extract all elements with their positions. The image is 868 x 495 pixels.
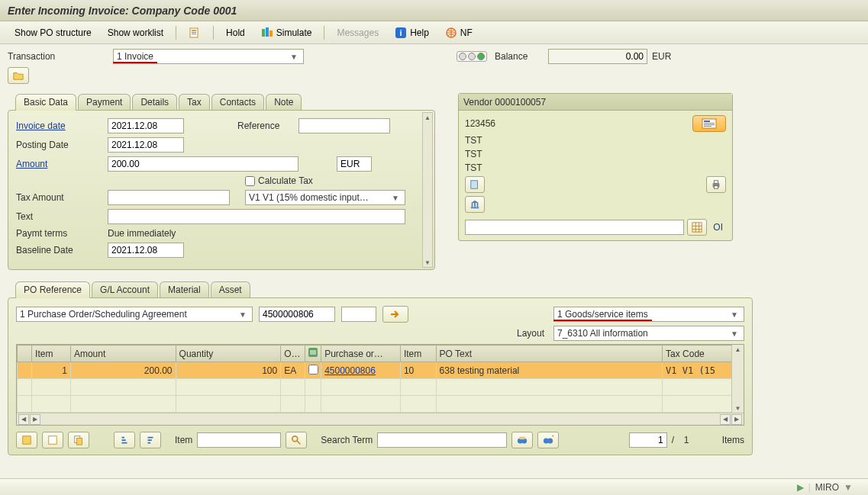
row-selector[interactable] <box>18 362 32 379</box>
svg-rect-11 <box>704 121 710 122</box>
row-select-checkbox[interactable] <box>308 365 318 374</box>
col-uom[interactable]: O… <box>281 346 305 362</box>
other-invoice-button[interactable] <box>182 24 208 42</box>
svg-rect-6 <box>269 31 273 37</box>
simulate-button[interactable]: Simulate <box>254 24 319 42</box>
deselect-all-button[interactable] <box>42 432 63 448</box>
baseline-date-input[interactable] <box>108 243 184 258</box>
scroll-down-icon[interactable]: ▼ <box>423 258 432 267</box>
cell-checkbox[interactable] <box>305 362 321 379</box>
col-purchase-order[interactable]: Purchase or… <box>321 346 401 362</box>
tab-payment[interactable]: Payment <box>78 94 131 111</box>
header-toggle-button[interactable] <box>8 67 29 84</box>
tab-po-reference[interactable]: PO Reference <box>15 281 90 298</box>
col-quantity[interactable]: Quantity <box>176 346 281 362</box>
chevron-down-icon: ▼ <box>389 194 402 202</box>
po-item-input[interactable] <box>341 307 376 322</box>
table-row[interactable] <box>18 396 744 413</box>
posting-date-input[interactable] <box>108 137 184 153</box>
scroll-left-icon[interactable]: ◀ <box>720 414 731 425</box>
scroll-right-icon[interactable]: ▶ <box>731 414 742 425</box>
tax-code-dropdown[interactable]: V1 V1 (15% domestic input… ▼ <box>245 190 405 205</box>
show-worklist-button[interactable]: Show worklist <box>101 24 170 41</box>
invoice-date-input[interactable] <box>108 118 184 133</box>
currency-input[interactable] <box>337 156 372 172</box>
chevron-down-icon: ▼ <box>237 310 249 319</box>
item-nav-input[interactable] <box>197 432 281 448</box>
tab-note[interactable]: Note <box>266 94 302 111</box>
tab-tax[interactable]: Tax <box>179 94 210 111</box>
scroll-up-icon[interactable]: ▲ <box>423 113 432 122</box>
invoice-date-label[interactable]: Invoice date <box>16 121 108 131</box>
lower-tabstrip: PO Reference G/L Account Material Asset <box>8 281 860 297</box>
copy-button[interactable] <box>68 432 89 448</box>
search-term-input[interactable] <box>377 432 507 448</box>
row-selector-header[interactable] <box>18 346 32 362</box>
transaction-dropdown[interactable]: 1 Invoice ▼ <box>113 49 304 64</box>
vendor-header-text: Vendor 0000100057 <box>463 97 546 108</box>
reference-category-dropdown[interactable]: 1 Purchase Order/Scheduling Agreement ▼ <box>16 307 253 322</box>
sort-desc-button[interactable] <box>140 432 161 448</box>
amount-input[interactable] <box>108 156 298 172</box>
cell-po[interactable]: 4500000806 <box>321 362 401 379</box>
page-current-input[interactable] <box>629 432 667 448</box>
svg-rect-25 <box>23 436 31 445</box>
tab-basic-data[interactable]: Basic Data <box>15 94 76 111</box>
col-line-item[interactable]: Item <box>400 346 436 362</box>
grid-vertical-scrollbar[interactable]: ▲ ▼ <box>731 345 744 413</box>
sort-asc-button[interactable] <box>114 432 135 448</box>
tax-amount-input[interactable] <box>108 190 230 205</box>
cell-po-text[interactable]: 638 testing material <box>436 362 663 379</box>
view-mode-dropdown[interactable]: 1 Goods/service items ▼ <box>553 307 744 322</box>
table-row[interactable] <box>18 379 744 396</box>
oi-input[interactable] <box>465 220 684 235</box>
cell-quantity[interactable]: 100 <box>176 362 281 379</box>
cell-item[interactable]: 1 <box>32 362 71 379</box>
tab-material[interactable]: Material <box>160 281 209 298</box>
vendor-address-button[interactable] <box>692 115 726 132</box>
help-button[interactable]: i Help <box>388 24 436 42</box>
nf-button[interactable]: NF <box>438 24 479 42</box>
amount-label[interactable]: Amount <box>16 159 108 169</box>
tab-contacts[interactable]: Contacts <box>211 94 264 111</box>
select-all-button[interactable] <box>16 432 37 448</box>
po-fetch-button[interactable] <box>382 306 408 323</box>
text-input[interactable] <box>108 209 405 224</box>
vendor-display-button[interactable] <box>465 176 485 193</box>
show-po-structure-button[interactable]: Show PO structure <box>8 24 98 41</box>
tab-gl-account[interactable]: G/L Account <box>92 281 158 298</box>
execute-icon[interactable]: ▶ <box>797 482 804 493</box>
panel-scrollbar[interactable]: ▲ ▼ <box>422 112 433 268</box>
oi-grid-button[interactable] <box>687 219 707 236</box>
reference-input[interactable] <box>298 118 390 133</box>
col-po-text[interactable]: PO Text <box>436 346 663 362</box>
grid-horizontal-scrollbar[interactable]: ◀ ▶ ◀ ▶ <box>17 413 744 425</box>
scroll-right-icon[interactable]: ▶ <box>30 414 40 425</box>
vendor-print-button[interactable] <box>706 176 726 193</box>
cell-amount[interactable]: 200.00 <box>70 362 176 379</box>
layout-dropdown[interactable]: 7_6310 All information ▼ <box>553 326 744 341</box>
tab-details[interactable]: Details <box>132 94 177 111</box>
col-checkbox[interactable] <box>305 346 321 362</box>
deselect-all-icon <box>47 435 58 445</box>
table-row[interactable]: 1 200.00 100 EA 4500000806 10 638 testin… <box>18 362 744 379</box>
vendor-name1: TST <box>465 135 726 146</box>
search-next-button[interactable]: + <box>537 432 559 448</box>
vendor-bank-button[interactable] <box>465 196 485 213</box>
hold-button[interactable]: Hold <box>219 24 252 41</box>
scroll-left-icon[interactable]: ◀ <box>18 414 29 425</box>
calculate-tax-checkbox[interactable] <box>245 176 255 186</box>
item-nav-button[interactable] <box>286 432 307 448</box>
po-number-input[interactable] <box>259 307 335 322</box>
status-menu-icon[interactable]: ▼ <box>844 482 853 493</box>
cell-line-item[interactable]: 10 <box>400 362 436 379</box>
invoice-icon <box>189 27 201 39</box>
scroll-up-icon[interactable]: ▲ <box>734 345 743 354</box>
col-amount[interactable]: Amount <box>70 346 176 362</box>
search-button[interactable] <box>511 432 533 448</box>
cell-uom[interactable]: EA <box>281 362 305 379</box>
col-item[interactable]: Item <box>32 346 71 362</box>
messages-button[interactable]: Messages <box>330 24 386 41</box>
scroll-down-icon[interactable]: ▼ <box>734 403 743 413</box>
tab-asset[interactable]: Asset <box>211 281 250 298</box>
